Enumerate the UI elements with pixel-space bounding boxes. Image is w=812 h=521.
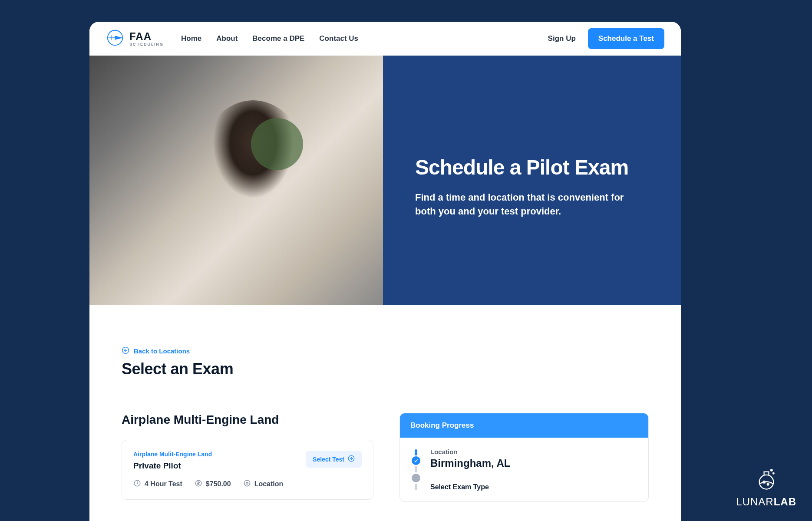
nav-become-dpe[interactable]: Become a DPE — [252, 34, 304, 43]
exam-category-heading: Airplane Multi-Engine Land — [122, 413, 373, 427]
nav-about[interactable]: About — [216, 34, 238, 43]
booking-progress-panel: Booking Progress — [399, 413, 649, 502]
back-to-locations-link[interactable]: Back to Locations — [122, 346, 190, 356]
select-test-label: Select Test — [313, 456, 344, 463]
brand-logo[interactable]: FAA SCHEDULING — [106, 29, 164, 49]
main-content: Back to Locations Select an Exam Airplan… — [89, 305, 681, 502]
select-test-button[interactable]: Select Test — [306, 451, 362, 468]
hero-subtitle: Find a time and location that is conveni… — [415, 191, 641, 218]
check-circle-icon — [412, 456, 420, 465]
progress-steps: Location Birmingham, AL Select Exam Type — [411, 448, 637, 491]
location-icon — [243, 479, 251, 489]
schedule-test-button[interactable]: Schedule a Test — [588, 28, 664, 49]
hero-title: Schedule a Pilot Exam — [415, 155, 655, 179]
hero: Schedule a Pilot Exam Find a time and lo… — [89, 56, 681, 305]
exam-card-category: Airplane Mulit-Engine Land — [133, 451, 212, 458]
exam-card: Airplane Mulit-Engine Land Private Pilot… — [122, 440, 373, 500]
hero-image — [89, 56, 383, 305]
top-nav: FAA SCHEDULING Home About Become a DPE C… — [89, 22, 681, 56]
back-link-label: Back to Locations — [134, 347, 190, 355]
step-location: Location Birmingham, AL — [430, 448, 637, 469]
dollar-icon — [195, 479, 202, 489]
exam-price: $750.00 — [195, 479, 231, 489]
nav-contact[interactable]: Contact Us — [319, 34, 358, 43]
nav-home[interactable]: Home — [181, 34, 201, 43]
exam-location: Location — [243, 479, 284, 489]
svg-point-10 — [773, 473, 774, 474]
hero-content: Schedule a Pilot Exam Find a time and lo… — [383, 56, 681, 305]
svg-point-12 — [767, 484, 769, 485]
arrow-right-circle-icon — [348, 455, 355, 463]
airplane-logo-icon — [106, 29, 124, 49]
app-window: FAA SCHEDULING Home About Become a DPE C… — [89, 22, 681, 521]
svg-point-9 — [771, 469, 772, 471]
svg-point-11 — [763, 481, 765, 483]
page-title: Select an Exam — [122, 360, 649, 378]
svg-point-6 — [244, 480, 250, 486]
clock-icon — [133, 479, 141, 489]
exam-duration: 4 Hour Test — [133, 479, 182, 489]
brand-subtitle: SCHEDULING — [129, 43, 164, 46]
step-location-label: Location — [430, 448, 637, 455]
step-pending-icon — [412, 474, 420, 482]
nav-links: Home About Become a DPE Contact Us — [181, 34, 358, 43]
step-location-value: Birmingham, AL — [430, 457, 637, 469]
flask-icon — [754, 488, 779, 495]
lunarlab-watermark: LUNARLAB — [736, 466, 796, 508]
svg-point-7 — [246, 482, 248, 485]
arrow-left-circle-icon — [122, 346, 129, 356]
booking-progress-title: Booking Progress — [400, 413, 648, 438]
signup-link[interactable]: Sign Up — [548, 34, 576, 43]
step-exam-type-label: Select Exam Type — [430, 482, 637, 491]
brand-name: FAA — [129, 31, 164, 42]
exam-list: Airplane Multi-Engine Land Airplane Muli… — [122, 413, 373, 502]
exam-card-name: Private Pilot — [133, 461, 212, 471]
